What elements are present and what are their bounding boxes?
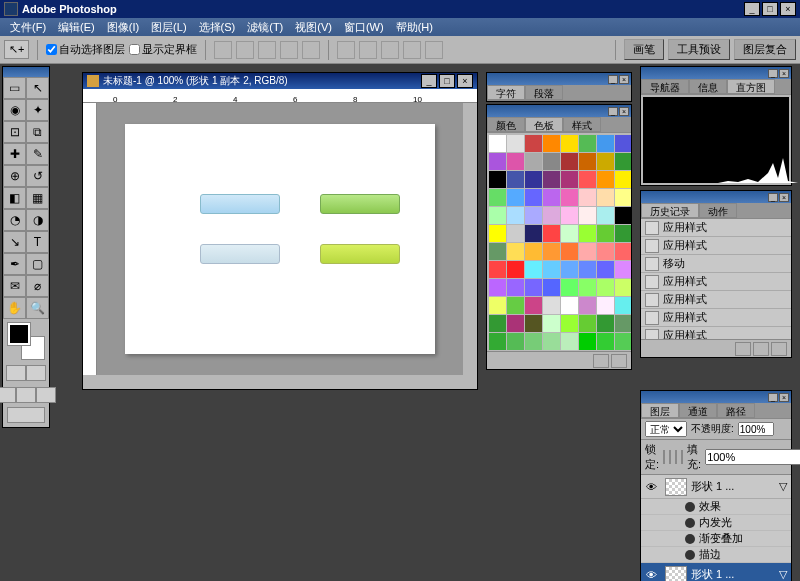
tab-info[interactable]: 信息	[689, 79, 727, 94]
doc-minimize-button[interactable]: _	[421, 74, 437, 88]
swatch[interactable]	[561, 297, 578, 314]
maximize-button[interactable]: □	[762, 2, 778, 16]
wand-tool[interactable]: ✦	[26, 99, 49, 121]
swatch[interactable]	[507, 225, 524, 242]
fg-color[interactable]	[8, 323, 30, 345]
tab-channels[interactable]: 通道	[679, 403, 717, 418]
tab-character[interactable]: 字符	[487, 85, 525, 100]
layer-item[interactable]: 👁形状 1 ...▽	[641, 475, 791, 499]
toolbox-grip[interactable]	[3, 67, 49, 77]
layer-item[interactable]: 👁形状 1 ...▽	[641, 563, 791, 581]
notes-tool[interactable]: ✉	[3, 275, 26, 297]
history-item[interactable]: 应用样式	[641, 327, 791, 339]
swatch[interactable]	[561, 261, 578, 278]
swatch[interactable]	[489, 315, 506, 332]
swatch[interactable]	[615, 315, 631, 332]
fg-bg-swatch[interactable]	[8, 323, 44, 359]
history-item[interactable]: 应用样式	[641, 309, 791, 327]
history-item[interactable]: 应用样式	[641, 219, 791, 237]
swatch[interactable]	[543, 243, 560, 260]
layer-effect[interactable]: 渐变叠加	[641, 531, 791, 547]
lock-all-icon[interactable]	[681, 450, 683, 464]
swatch[interactable]	[543, 207, 560, 224]
panel-close-icon[interactable]: ×	[619, 107, 629, 116]
align-icon[interactable]	[236, 41, 254, 59]
swatch[interactable]	[543, 225, 560, 242]
swatch[interactable]	[489, 171, 506, 188]
eye-icon[interactable]: 👁	[641, 569, 661, 581]
swatch[interactable]	[579, 189, 596, 206]
layer-effect[interactable]: 效果	[641, 499, 791, 515]
swatch[interactable]	[597, 225, 614, 242]
swatch[interactable]	[489, 297, 506, 314]
swatch[interactable]	[507, 315, 524, 332]
palette-tab-brushes[interactable]: 画笔	[624, 39, 664, 60]
marquee-tool[interactable]: ▭	[3, 77, 26, 99]
swatch[interactable]	[507, 279, 524, 296]
swatch[interactable]	[597, 243, 614, 260]
swatch[interactable]	[579, 279, 596, 296]
layers-list[interactable]: 👁形状 1 ...▽效果内发光渐变叠加描边👁形状 1 ...▽效果内发光渐变叠加…	[641, 475, 791, 581]
swatch[interactable]	[543, 261, 560, 278]
swatch[interactable]	[597, 153, 614, 170]
distribute-icon[interactable]	[403, 41, 421, 59]
swatch[interactable]	[525, 315, 542, 332]
layer-thumb[interactable]	[665, 566, 687, 582]
tab-paths[interactable]: 路径	[717, 403, 755, 418]
swatch[interactable]	[525, 189, 542, 206]
swatch[interactable]	[597, 297, 614, 314]
swatch[interactable]	[543, 135, 560, 152]
swatch[interactable]	[615, 261, 631, 278]
jump-to-icon[interactable]	[7, 407, 45, 423]
swatch[interactable]	[615, 189, 631, 206]
swatch[interactable]	[525, 243, 542, 260]
panel-grip[interactable]: _×	[641, 67, 791, 79]
blend-mode-select[interactable]: 正常	[645, 421, 687, 437]
history-list[interactable]: 应用样式应用样式移动应用样式应用样式应用样式应用样式应用样式移动	[641, 219, 791, 339]
swatch[interactable]	[543, 189, 560, 206]
panel-grip[interactable]: _×	[641, 391, 791, 403]
gradient-tool[interactable]: ▦	[26, 187, 49, 209]
menu-image[interactable]: 图像(I)	[101, 20, 145, 35]
new-doc-from-state-icon[interactable]	[735, 342, 751, 356]
swatch[interactable]	[543, 315, 560, 332]
hand-tool[interactable]: ✋	[3, 297, 26, 319]
eyedropper-tool[interactable]: ⌀	[26, 275, 49, 297]
screen-mode-icon[interactable]	[36, 387, 56, 403]
eye-icon[interactable]: 👁	[641, 481, 661, 493]
swatch[interactable]	[507, 135, 524, 152]
menu-file[interactable]: 文件(F)	[4, 20, 52, 35]
swatch[interactable]	[597, 171, 614, 188]
history-item[interactable]: 应用样式	[641, 273, 791, 291]
swatch[interactable]	[543, 297, 560, 314]
tab-color[interactable]: 颜色	[487, 117, 525, 132]
swatch[interactable]	[615, 333, 631, 350]
swatch[interactable]	[579, 243, 596, 260]
swatch[interactable]	[525, 261, 542, 278]
auto-select-check[interactable]: 自动选择图层	[46, 42, 125, 57]
swatch[interactable]	[615, 153, 631, 170]
swatch[interactable]	[543, 153, 560, 170]
panel-grip[interactable]: _×	[641, 191, 791, 203]
distribute-icon[interactable]	[381, 41, 399, 59]
swatch[interactable]	[525, 135, 542, 152]
swatch[interactable]	[489, 333, 506, 350]
slice-tool[interactable]: ⧉	[26, 121, 49, 143]
swatch[interactable]	[525, 153, 542, 170]
swatch[interactable]	[615, 297, 631, 314]
minimize-button[interactable]: _	[744, 2, 760, 16]
tab-paragraph[interactable]: 段落	[525, 85, 563, 100]
canvas-area[interactable]	[97, 103, 463, 375]
type-tool[interactable]: T	[26, 231, 49, 253]
swatch[interactable]	[561, 171, 578, 188]
panel-grip[interactable]: _×	[487, 105, 631, 117]
menu-filter[interactable]: 滤镜(T)	[241, 20, 289, 35]
swatch[interactable]	[507, 171, 524, 188]
layer-effect[interactable]: 描边	[641, 547, 791, 563]
swatch[interactable]	[507, 261, 524, 278]
lasso-tool[interactable]: ◉	[3, 99, 26, 121]
swatch[interactable]	[489, 225, 506, 242]
tab-layers[interactable]: 图层	[641, 403, 679, 418]
dodge-tool[interactable]: ◑	[26, 209, 49, 231]
panel-min-icon[interactable]: _	[608, 75, 618, 84]
